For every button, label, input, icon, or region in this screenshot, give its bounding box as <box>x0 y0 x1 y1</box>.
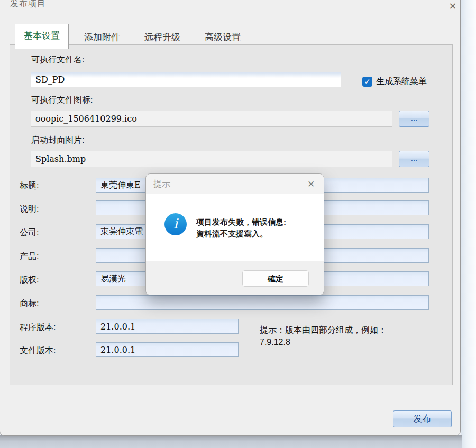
tab-add-attachments[interactable]: 添加附件 <box>75 26 129 49</box>
exe-icon-browse-button[interactable]: ... <box>399 111 429 127</box>
tab-advanced-settings[interactable]: 高级设置 <box>196 26 250 49</box>
file-version-label: 文件版本: <box>20 345 56 356</box>
exe-name-label: 可执行文件名: <box>31 54 84 66</box>
exe-icon-label: 可执行文件图标: <box>31 95 93 106</box>
dialog-titlebar <box>146 174 324 194</box>
app-version-input[interactable] <box>96 319 239 334</box>
description-label: 说明: <box>20 204 39 215</box>
product-label: 产品: <box>20 251 39 262</box>
company-label: 公司: <box>20 227 39 239</box>
window-close-icon[interactable]: ✕ <box>446 0 460 13</box>
checkbox-check-icon: ✓ <box>362 77 372 87</box>
tab-remote-upgrade[interactable]: 远程升级 <box>135 26 189 49</box>
screen: 发布项目 ✕ 基本设置 添加附件 远程升级 高级设置 可执行文件名: ✓ 生成系… <box>0 0 476 448</box>
dialog-message-line1: 项目发布失败，错误信息: <box>196 216 286 228</box>
message-dialog: 提示 ✕ i 项目发布失败，错误信息: 資料流不支援寫入。 確定 <box>145 173 324 295</box>
dialog-message-line2: 資料流不支援寫入。 <box>196 228 286 240</box>
background-right <box>461 0 476 448</box>
exe-name-input[interactable] <box>31 72 341 87</box>
generate-system-menu-checkbox[interactable]: ✓ 生成系统菜单 <box>362 76 427 87</box>
background-bottom <box>0 435 462 448</box>
version-hint-line2: 7.9.12.8 <box>260 336 387 348</box>
splash-input[interactable] <box>31 151 392 167</box>
dialog-close-icon[interactable]: ✕ <box>305 178 317 191</box>
dialog-footer: 確定 <box>146 261 324 295</box>
dialog-title: 提示 <box>153 179 170 190</box>
tab-bar: 基本设置 添加附件 远程升级 高级设置 <box>15 24 250 49</box>
trademark-input[interactable] <box>96 295 429 310</box>
trademark-label: 商标: <box>20 298 39 309</box>
file-version-input[interactable] <box>96 342 239 357</box>
title-label: 标题: <box>20 180 39 191</box>
app-version-label: 程序版本: <box>20 322 56 333</box>
info-icon: i <box>164 213 187 235</box>
exe-icon-input[interactable] <box>31 111 392 127</box>
window-title: 发布项目 <box>10 0 46 10</box>
copyright-label: 版权: <box>20 275 39 286</box>
splash-browse-button[interactable]: ... <box>399 151 429 167</box>
version-hint-line1: 提示：版本由四部分组成，例如： <box>260 324 387 336</box>
version-hint: 提示：版本由四部分组成，例如： 7.9.12.8 <box>260 324 387 348</box>
tab-basic-settings[interactable]: 基本设置 <box>15 24 69 49</box>
splash-label: 启动封面图片: <box>31 135 84 146</box>
publish-button[interactable]: 发布 <box>393 410 452 427</box>
checkbox-label: 生成系统菜单 <box>376 76 427 87</box>
dialog-message: 项目发布失败，错误信息: 資料流不支援寫入。 <box>196 216 286 240</box>
ok-button[interactable]: 確定 <box>242 270 309 287</box>
